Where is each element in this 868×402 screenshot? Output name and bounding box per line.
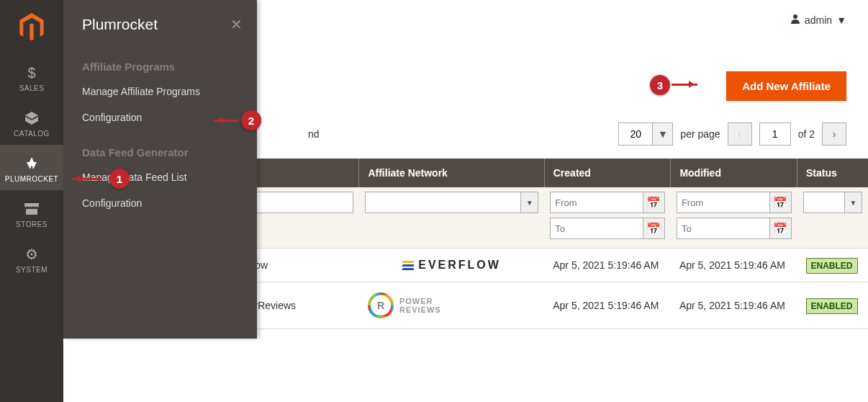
th-modified[interactable]: Modified <box>671 158 797 187</box>
cell-created: Apr 5, 2021 5:19:46 AM <box>544 282 671 329</box>
page-size-select[interactable]: ▼ <box>618 122 673 146</box>
flyout-link-manage-affiliate[interactable]: Manage Affiliate Programs <box>63 79 257 104</box>
th-created[interactable]: Created <box>544 158 671 187</box>
calendar-icon[interactable]: 📅 <box>643 218 665 239</box>
sidebar-label: CATALOG <box>3 130 60 138</box>
th-network[interactable]: Affiliate Network <box>359 158 544 187</box>
status-badge: ENABLED <box>806 258 858 274</box>
cell-network: R POWERREVIEWS <box>359 282 544 329</box>
filter-status-select[interactable]: ▼ <box>803 192 862 213</box>
stores-icon <box>3 200 60 218</box>
plumrocket-icon <box>3 155 60 172</box>
next-page-button[interactable]: › <box>822 122 846 146</box>
cell-created: Apr 5, 2021 5:19:46 AM <box>544 249 671 282</box>
magento-logo[interactable] <box>0 0 63 54</box>
current-page-input[interactable] <box>759 122 791 146</box>
add-new-affiliate-button[interactable]: Add New Affiliate <box>726 71 846 101</box>
total-pages-label: of 2 <box>798 128 815 140</box>
flyout-panel: Plumrocket ✕ Affiliate Programs Manage A… <box>63 0 257 339</box>
calendar-icon[interactable]: 📅 <box>643 192 665 213</box>
close-icon[interactable]: ✕ <box>230 16 243 33</box>
sidebar-item-system[interactable]: ⚙ SYSTEM <box>0 236 63 281</box>
th-status[interactable]: Status <box>797 158 868 187</box>
gear-icon: ⚙ <box>3 246 60 263</box>
cube-icon <box>3 110 60 127</box>
user-icon <box>790 14 800 26</box>
sidebar-item-stores[interactable]: STORES <box>0 190 63 236</box>
flyout-section-title: Data Feed Generator <box>63 130 257 164</box>
annotation-arrow <box>672 84 697 86</box>
chevron-down-icon: ▼ <box>836 14 846 26</box>
sidebar-item-plumrocket[interactable]: PLUMROCKET <box>0 145 63 190</box>
cell-modified: Apr 5, 2021 5:19:46 AM <box>671 282 797 329</box>
annotation-arrow <box>72 178 102 180</box>
sidebar-item-catalog[interactable]: CATALOG <box>0 99 63 145</box>
cell-network: EVERFLOW <box>359 249 544 282</box>
sidebar-label: PLUMROCKET <box>3 175 60 183</box>
flyout-link-configuration-2[interactable]: Configuration <box>63 190 257 216</box>
filter-modified-to[interactable] <box>677 218 770 239</box>
user-menu[interactable]: admin ▼ <box>790 14 846 26</box>
annotation-badge-3: 3 <box>650 75 670 95</box>
filter-network-select[interactable]: ▼ <box>365 192 538 213</box>
flyout-title: Plumrocket <box>82 16 158 33</box>
annotation-arrow <box>214 120 238 122</box>
annotation-badge-2: 2 <box>241 110 261 130</box>
chevron-down-icon: ▼ <box>845 192 862 213</box>
flyout-link-manage-feed[interactable]: Manage Data Feed List <box>63 164 257 190</box>
chevron-down-icon[interactable]: ▼ <box>653 122 673 146</box>
filter-created-to[interactable] <box>550 218 643 239</box>
calendar-icon[interactable]: 📅 <box>770 192 792 213</box>
sidebar-label: STORES <box>3 220 60 228</box>
sidebar-item-sales[interactable]: $ SALES <box>0 54 63 99</box>
everflow-logo: EVERFLOW <box>368 259 535 272</box>
filter-modified-from[interactable] <box>677 192 770 213</box>
per-page-label: per page <box>680 128 720 140</box>
annotation-badge-1: 1 <box>109 169 130 189</box>
status-badge: ENABLED <box>806 298 858 314</box>
flyout-section-title: Affiliate Programs <box>63 45 257 79</box>
page-size-input[interactable] <box>618 122 653 146</box>
powerreviews-logo: R POWERREVIEWS <box>368 292 535 318</box>
admin-sidebar: $ SALES CATALOG PLUMROCKET STORES ⚙ SYST… <box>0 0 63 402</box>
user-name: admin <box>805 14 832 26</box>
cell-modified: Apr 5, 2021 5:19:46 AM <box>671 249 797 282</box>
flyout-link-configuration-1[interactable]: Configuration <box>63 104 257 130</box>
prev-page-button[interactable]: ‹ <box>728 122 752 146</box>
sidebar-label: SYSTEM <box>3 266 60 274</box>
sidebar-label: SALES <box>3 84 60 92</box>
filter-created-from[interactable] <box>550 192 643 213</box>
chevron-down-icon: ▼ <box>521 192 538 213</box>
dollar-icon: $ <box>3 64 60 81</box>
calendar-icon[interactable]: 📅 <box>770 218 792 239</box>
